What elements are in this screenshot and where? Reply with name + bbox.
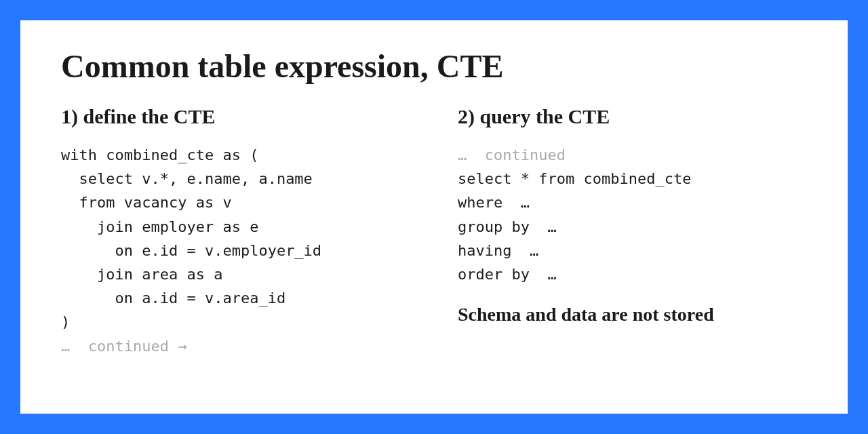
slide-title: Common table expression, CTE bbox=[61, 47, 807, 85]
code-line: join area as a bbox=[61, 266, 222, 283]
code-line: where … bbox=[458, 194, 530, 211]
code-line: on a.id = v.area_id bbox=[61, 290, 285, 307]
code-line: with combined_cte as ( bbox=[61, 146, 258, 163]
ellipsis-icon: … bbox=[458, 146, 485, 163]
code-line: on e.id = v.employer_id bbox=[61, 242, 321, 259]
continued-label: continued → bbox=[88, 338, 187, 355]
code-line: having … bbox=[458, 242, 538, 259]
left-heading: 1) define the CTE bbox=[61, 105, 410, 128]
left-column: 1) define the CTE with combined_cte as (… bbox=[61, 105, 410, 358]
right-heading: 2) query the CTE bbox=[458, 105, 807, 128]
code-line: ) bbox=[61, 313, 70, 330]
right-code-block: … continued select * from combined_cte w… bbox=[458, 143, 807, 286]
code-line: select * from combined_cte bbox=[458, 170, 691, 187]
code-line: join employer as e bbox=[61, 218, 258, 235]
code-line: group by … bbox=[458, 218, 557, 235]
code-line: select v.*, e.name, a.name bbox=[61, 170, 313, 187]
slide-card: Common table expression, CTE 1) define t… bbox=[20, 20, 848, 414]
continued-label: continued bbox=[485, 146, 566, 163]
left-code-block: with combined_cte as ( select v.*, e.nam… bbox=[61, 143, 410, 358]
code-line: order by … bbox=[458, 266, 557, 283]
ellipsis-icon: … bbox=[61, 338, 88, 355]
footnote: Schema and data are not stored bbox=[458, 304, 807, 326]
columns-container: 1) define the CTE with combined_cte as (… bbox=[61, 105, 807, 358]
right-column: 2) query the CTE … continued select * fr… bbox=[458, 105, 807, 358]
code-line: from vacancy as v bbox=[61, 194, 232, 211]
